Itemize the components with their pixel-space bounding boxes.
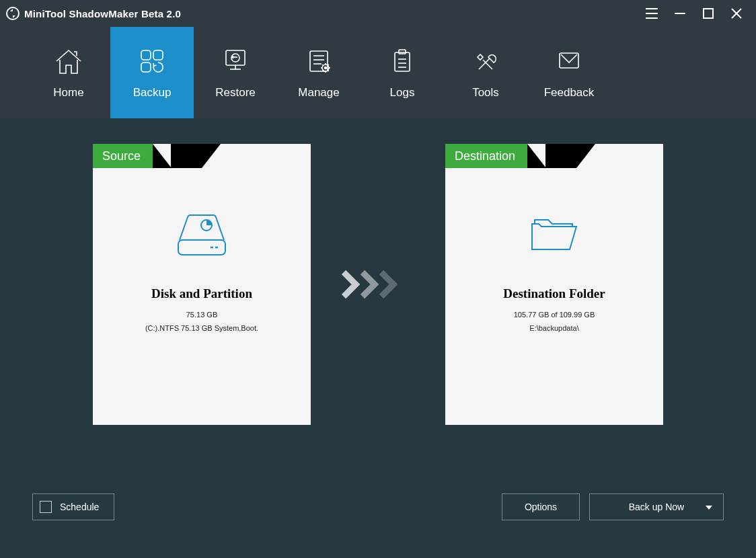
destination-size: 105.77 GB of 109.99 GB	[514, 311, 595, 319]
source-tab-label: Source	[93, 144, 153, 168]
source-panel[interactable]: Source Disk and Partition 75.13 GB (C:).…	[93, 144, 311, 425]
schedule-label: Schedule	[60, 502, 99, 512]
backup-now-label: Back up Now	[629, 502, 684, 512]
nav-label: Restore	[215, 86, 256, 99]
source-title: Disk and Partition	[151, 286, 252, 301]
nav-label: Tools	[472, 86, 499, 99]
caret-down-icon	[706, 502, 712, 512]
destination-title: Destination Folder	[503, 286, 605, 301]
nav-backup[interactable]: Backup	[110, 27, 194, 118]
maximize-icon	[703, 8, 714, 19]
app-logo-icon	[5, 6, 20, 21]
manage-icon	[303, 46, 334, 77]
destination-panel[interactable]: Destination Destination Folder 105.77 GB…	[445, 144, 663, 425]
titlebar: MiniTool ShadowMaker Beta 2.0	[0, 0, 756, 27]
navbar: Home Backup Restore	[0, 27, 756, 118]
main-content: Source Disk and Partition 75.13 GB (C:).…	[0, 118, 756, 491]
destination-tab-header: Destination	[445, 144, 595, 168]
tools-icon	[470, 46, 501, 77]
nav-home[interactable]: Home	[27, 27, 110, 118]
arrow-indicator	[338, 270, 418, 299]
svg-rect-8	[153, 50, 163, 60]
backup-now-button[interactable]: Back up Now	[589, 493, 724, 520]
hamburger-icon	[645, 7, 658, 19]
schedule-button[interactable]: Schedule	[32, 493, 114, 520]
destination-path: E:\backupdata\	[529, 324, 578, 332]
schedule-checkbox[interactable]	[40, 501, 52, 513]
svg-rect-21	[399, 50, 406, 54]
minimize-icon	[674, 7, 686, 19]
feedback-icon	[554, 46, 584, 77]
svg-rect-10	[226, 50, 245, 65]
maximize-button[interactable]	[694, 0, 722, 27]
close-icon	[730, 7, 743, 19]
svg-rect-7	[141, 50, 151, 60]
source-tab-header: Source	[93, 144, 221, 168]
source-panel-body: Disk and Partition 75.13 GB (C:).NTFS 75…	[93, 168, 311, 425]
window-title: MiniTool ShadowMaker Beta 2.0	[24, 8, 181, 19]
chevrons-right-icon	[341, 270, 415, 299]
nav-logs[interactable]: Logs	[361, 27, 444, 118]
svg-rect-4	[704, 9, 713, 18]
svg-point-19	[325, 67, 327, 69]
svg-rect-9	[141, 63, 151, 72]
backup-icon	[137, 46, 167, 77]
nav-feedback[interactable]: Feedback	[527, 27, 611, 118]
nav-label: Backup	[133, 86, 172, 99]
nav-label: Feedback	[544, 86, 595, 99]
source-size: 75.13 GB	[186, 311, 217, 319]
home-icon	[53, 46, 84, 77]
nav-tools[interactable]: Tools	[444, 27, 527, 118]
options-button[interactable]: Options	[502, 493, 580, 520]
footer: Schedule Options Back up Now	[0, 491, 756, 558]
menu-button[interactable]	[638, 0, 666, 27]
nav-restore[interactable]: Restore	[194, 27, 277, 118]
nav-label: Home	[53, 86, 83, 99]
nav-label: Logs	[390, 86, 415, 99]
minimize-button[interactable]	[666, 0, 694, 27]
disk-icon	[173, 208, 231, 261]
close-button[interactable]	[722, 0, 751, 27]
svg-rect-26	[178, 240, 225, 255]
folder-icon	[525, 208, 583, 261]
logs-icon	[387, 46, 418, 77]
options-label: Options	[525, 502, 557, 512]
restore-icon	[220, 46, 251, 77]
nav-label: Manage	[298, 86, 339, 99]
destination-panel-body: Destination Folder 105.77 GB of 109.99 G…	[445, 168, 663, 425]
nav-manage[interactable]: Manage	[277, 27, 361, 118]
svg-rect-20	[395, 52, 410, 71]
source-detail: (C:).NTFS 75.13 GB System,Boot.	[145, 324, 258, 332]
destination-tab-label: Destination	[445, 144, 527, 168]
